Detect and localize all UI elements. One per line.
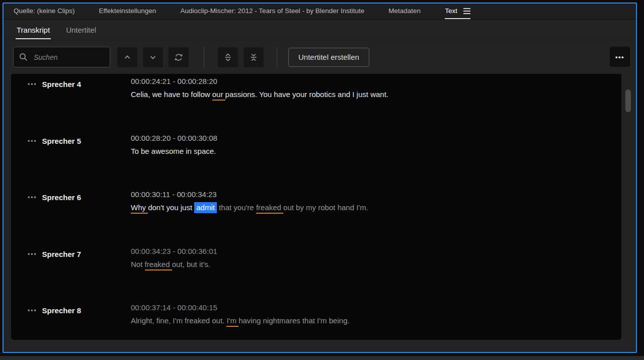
transcript-word-segment[interactable]: To be awesome in space. (131, 147, 216, 155)
panel-tab-label: Audioclip-Mischer: 2012 - Tears of Steel… (180, 7, 364, 15)
transcript-word-segment[interactable]: our (212, 90, 225, 101)
segment-text[interactable]: Alright, fine, I'm freaked out. I'm havi… (131, 315, 621, 326)
transcript-row[interactable]: •••Sprecher 700:00:34:23 - 00:00:36:01No… (11, 244, 621, 301)
speaker-name[interactable]: Sprecher 7 (42, 250, 82, 258)
search-icon (19, 52, 28, 62)
transcript-row[interactable]: •••Sprecher 800:00:37:14 - 00:00:40:15Al… (11, 300, 621, 340)
more-options-button[interactable]: ••• (610, 47, 630, 67)
chevron-down-icon (148, 53, 157, 62)
search-field-wrap (13, 47, 110, 67)
panel-tab-label: Text (445, 7, 457, 15)
transcript-word-segment[interactable]: out by my robot hand I'm. (283, 203, 368, 212)
panel-tab-quelle-keine-clips[interactable]: Quelle: (keine Clips) (14, 4, 75, 19)
segment-timecode: 00:00:24:21 - 00:00:28:20 (131, 77, 621, 85)
find-next-button[interactable] (143, 47, 163, 67)
panel-tab-metadaten[interactable]: Metadaten (388, 4, 421, 19)
vertical-scrollbar[interactable] (625, 89, 631, 112)
toolbar-divider (204, 47, 204, 67)
transcript-word-segment[interactable]: that you're (217, 203, 256, 212)
panel-tab-text[interactable]: Text (445, 4, 470, 19)
speaker-name[interactable]: Sprecher 8 (42, 306, 82, 315)
subtab-transkript[interactable]: Transkript (16, 21, 51, 39)
segment-cell: 00:00:34:23 - 00:00:36:01Not freaked out… (131, 246, 621, 301)
text-panel: Quelle: (keine Clips)Effekteinstellungen… (3, 3, 637, 353)
segment-text[interactable]: To be awesome in space. (131, 146, 621, 156)
speaker-cell: •••Sprecher 5 (11, 133, 131, 188)
segment-timecode: 00:00:30:11 - 00:00:34:23 (131, 190, 621, 199)
speaker-options-icon[interactable]: ••• (28, 251, 37, 258)
transcript-word-segment[interactable]: having nightmares that I'm being. (238, 316, 350, 325)
transcript-word-segment[interactable]: Why (131, 203, 148, 214)
subtab-untertitel[interactable]: Untertitel (65, 21, 97, 39)
transcript-list: •••Sprecher 400:00:24:21 - 00:00:28:20Ce… (11, 74, 621, 340)
segment-text[interactable]: Why don't you just admit that you're fre… (131, 202, 621, 213)
refresh-icon (174, 52, 184, 62)
speaker-options-icon[interactable]: ••• (28, 81, 37, 88)
segment-cell: 00:00:24:21 - 00:00:28:20Celia, we have … (131, 76, 621, 131)
speaker-cell: •••Sprecher 4 (11, 76, 131, 131)
panel-tab-bar: Quelle: (keine Clips)Effekteinstellungen… (4, 4, 636, 20)
chevron-up-icon (123, 53, 132, 62)
transcript-word-segment[interactable]: don't you just (148, 203, 194, 212)
speaker-options-icon[interactable]: ••• (28, 194, 37, 201)
panel-tab-label: Metadaten (388, 7, 421, 15)
segment-cell: 00:00:30:11 - 00:00:34:23Why don't you j… (131, 189, 621, 244)
transcript-row[interactable]: •••Sprecher 400:00:24:21 - 00:00:28:20Ce… (11, 74, 621, 131)
lower-panel-edge (0, 356, 644, 360)
transcript-row[interactable]: •••Sprecher 500:00:28:20 - 00:00:30:08To… (11, 131, 621, 188)
panel-tab-effekteinstellungen[interactable]: Effekteinstellungen (99, 4, 156, 19)
panel-tab-label: Quelle: (keine Clips) (14, 7, 75, 15)
panel-tab-audioclip-mischer-2012-tears-of-steel-by[interactable]: Audioclip-Mischer: 2012 - Tears of Steel… (180, 4, 364, 19)
speaker-cell: •••Sprecher 6 (11, 189, 131, 244)
panel-tab-label: Effekteinstellungen (99, 7, 156, 15)
speaker-cell: •••Sprecher 7 (11, 246, 131, 301)
segment-timecode: 00:00:37:14 - 00:00:40:15 (131, 303, 621, 312)
collapse-all-button[interactable] (244, 47, 264, 67)
transcript-word-segment[interactable]: I'm (226, 316, 238, 327)
expand-all-button[interactable] (218, 47, 238, 67)
transcript-word-segment[interactable]: Not (131, 260, 145, 268)
segment-cell: 00:00:28:20 - 00:00:30:08To be awesome i… (131, 133, 621, 188)
transcript-word-segment[interactable]: Celia, we have to follow (131, 90, 212, 99)
speaker-options-icon[interactable]: ••• (28, 307, 37, 314)
replace-refresh-button[interactable] (169, 47, 189, 67)
segment-text[interactable]: Not freaked out, but it's. (131, 259, 621, 269)
transcript-subtab-bar: TranskriptUntertitel (4, 20, 636, 40)
segment-timecode: 00:00:34:23 - 00:00:36:01 (131, 247, 621, 255)
transcript-word-segment[interactable]: out, but it's. (172, 260, 210, 268)
transcript-row[interactable]: •••Sprecher 600:00:30:11 - 00:00:34:23Wh… (11, 187, 621, 244)
transcript-toolbar: Untertitel erstellen ••• (4, 40, 636, 74)
segment-text[interactable]: Celia, we have to follow our passions. Y… (131, 89, 621, 100)
collapse-vertical-icon (249, 52, 259, 62)
speaker-name[interactable]: Sprecher 4 (42, 80, 82, 88)
speaker-cell: •••Sprecher 8 (11, 302, 131, 340)
create-captions-button[interactable]: Untertitel erstellen (288, 48, 369, 67)
speaker-name[interactable]: Sprecher 5 (42, 137, 82, 145)
panel-menu-icon[interactable] (463, 8, 470, 14)
toolbar-divider (277, 47, 277, 67)
segment-timecode: 00:00:28:20 - 00:00:30:08 (131, 134, 621, 142)
transcript-word-highlighted[interactable]: admit (194, 202, 217, 213)
transcript-word-segment[interactable]: Alright, fine, I'm freaked out. (131, 316, 226, 325)
transcript-word-segment[interactable]: freaked (145, 260, 172, 271)
speaker-options-icon[interactable]: ••• (28, 138, 37, 145)
segment-cell: 00:00:37:14 - 00:00:40:15Alright, fine, … (131, 302, 621, 340)
transcript-word-segment[interactable]: freaked (256, 203, 283, 214)
transcript-word-segment[interactable]: passions. You have your robotics and I j… (225, 90, 388, 99)
find-previous-button[interactable] (117, 47, 137, 67)
expand-vertical-icon (223, 52, 233, 62)
speaker-name[interactable]: Sprecher 6 (42, 193, 82, 202)
